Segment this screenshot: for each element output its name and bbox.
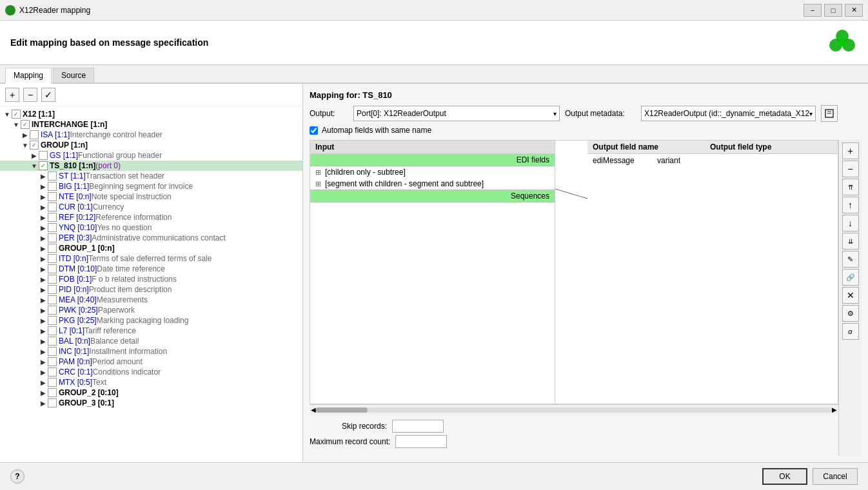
tree-item-cur[interactable]: ▶ CUR [0:1] Currency bbox=[0, 202, 302, 212]
tree-item-gs[interactable]: ▶ GS [1:1] Functional group header bbox=[0, 150, 302, 161]
tree-item-l7[interactable]: ▶ L7 [0:1] Tariff reference bbox=[0, 326, 302, 336]
tree-arrow-fob[interactable]: ▶ bbox=[39, 276, 48, 283]
tree-item-st[interactable]: ▶ ST [1:1] Transaction set header bbox=[0, 171, 302, 181]
move-up-button[interactable]: ↑ bbox=[842, 197, 859, 213]
tree-arrow-per[interactable]: ▶ bbox=[39, 235, 48, 242]
tree-item-ts810[interactable]: ▼ ✓ TS_810 [1:n] (port 0) bbox=[0, 161, 302, 171]
tree-checkbox-st[interactable] bbox=[48, 172, 57, 181]
tab-source[interactable]: Source bbox=[53, 68, 94, 83]
tree-checkbox-x12[interactable]: ✓ bbox=[12, 110, 21, 119]
tree-item-group1[interactable]: ▶ GROUP_1 [0:n] bbox=[0, 243, 302, 253]
tree-arrow-big[interactable]: ▶ bbox=[39, 183, 48, 190]
add-button[interactable]: + bbox=[842, 142, 859, 159]
edit-button[interactable]: ✎ bbox=[842, 251, 859, 268]
output-select[interactable]: Port[0]: X12ReaderOutput ▾ bbox=[353, 106, 560, 121]
tree-arrow-ynq[interactable]: ▶ bbox=[39, 224, 48, 231]
tree-arrow-pkg[interactable]: ▶ bbox=[39, 317, 48, 324]
tree-item-itd[interactable]: ▶ ITD [0:n] Terms of sale deferred terms… bbox=[0, 253, 302, 264]
tree-item-group[interactable]: ▼ ✓ GROUP [1:n] bbox=[0, 140, 302, 150]
tree-arrow-st[interactable]: ▶ bbox=[39, 173, 48, 180]
tree-checkbox-group3[interactable] bbox=[48, 398, 57, 407]
move-top-button[interactable]: ⇈ bbox=[842, 179, 859, 195]
tree-checkbox-mtx[interactable] bbox=[48, 378, 57, 387]
tree-item-big[interactable]: ▶ BIG [1:1] Beginning segment for invoic… bbox=[0, 181, 302, 191]
tree-arrow-group[interactable]: ▼ bbox=[21, 142, 30, 149]
maximize-button[interactable]: □ bbox=[824, 4, 842, 17]
help-button[interactable]: ? bbox=[10, 469, 25, 484]
tree-arrow-dtm[interactable]: ▶ bbox=[39, 266, 48, 273]
tree-checkbox-crc[interactable] bbox=[48, 368, 57, 377]
tree-item-interchange[interactable]: ▼ ✓ INTERCHANGE [1:n] bbox=[0, 119, 302, 130]
tree-arrow-crc[interactable]: ▶ bbox=[39, 369, 48, 376]
ok-button[interactable]: OK bbox=[762, 468, 807, 485]
close-button[interactable]: ✕ bbox=[845, 4, 863, 17]
tree-checkbox-pkg[interactable] bbox=[48, 316, 57, 325]
tree-checkbox-dtm[interactable] bbox=[48, 264, 57, 273]
tree-arrow-isa[interactable]: ▶ bbox=[21, 132, 30, 139]
minimize-button[interactable]: − bbox=[804, 4, 822, 17]
scroll-left-icon[interactable]: ◀ bbox=[311, 406, 316, 413]
max-record-count-input[interactable] bbox=[395, 435, 447, 448]
tree-checkbox-itd[interactable] bbox=[48, 254, 57, 263]
skip-records-input[interactable] bbox=[392, 420, 444, 433]
tree-item-bal[interactable]: ▶ BAL [0:n] Balance detail bbox=[0, 336, 302, 346]
tree-checkbox-ts810[interactable]: ✓ bbox=[39, 161, 48, 170]
tree-item-group2[interactable]: ▶ GROUP_2 [0:10] bbox=[0, 387, 302, 398]
tree-checkbox-l7[interactable] bbox=[48, 326, 57, 335]
tree-checkbox-isa[interactable] bbox=[30, 130, 39, 139]
automap-checkbox[interactable] bbox=[310, 126, 318, 135]
tree-arrow-pam[interactable]: ▶ bbox=[39, 358, 48, 366]
tree-arrow-pwk[interactable]: ▶ bbox=[39, 307, 48, 314]
tree-checkbox-bal[interactable] bbox=[48, 337, 57, 346]
input-row-children[interactable]: ⊞ [children only - subtree] bbox=[310, 166, 555, 178]
tree-item-nte[interactable]: ▶ NTE [0:n] Note special instruction bbox=[0, 191, 302, 202]
tree-item-inc[interactable]: ▶ INC [0:1] Installment information bbox=[0, 346, 302, 357]
scroll-right-icon[interactable]: ▶ bbox=[832, 406, 837, 413]
tree-checkbox-fob[interactable] bbox=[48, 275, 57, 284]
tab-mapping[interactable]: Mapping bbox=[5, 68, 52, 84]
tree-arrow-nte[interactable]: ▶ bbox=[39, 193, 48, 201]
code-button[interactable]: α bbox=[842, 323, 859, 340]
cancel-button[interactable]: Cancel bbox=[813, 468, 858, 485]
tree-checkbox-pid[interactable] bbox=[48, 285, 57, 294]
tree-item-mea[interactable]: ▶ MEA [0:40] Measurements bbox=[0, 295, 302, 305]
settings-button[interactable]: ⚙ bbox=[842, 305, 859, 322]
move-down-button[interactable]: ↓ bbox=[842, 215, 859, 231]
tree-arrow-inc[interactable]: ▶ bbox=[39, 348, 48, 355]
tree-item-crc[interactable]: ▶ CRC [0:1] Conditions indicator bbox=[0, 367, 302, 377]
tree-item-pam[interactable]: ▶ PAM [0:n] Period amount bbox=[0, 357, 302, 367]
tree-item-group3[interactable]: ▶ GROUP_3 [0:1] bbox=[0, 398, 302, 408]
tree-checkbox-big[interactable] bbox=[48, 182, 57, 191]
tree-arrow-interchange[interactable]: ▼ bbox=[12, 121, 21, 128]
tree-arrow-itd[interactable]: ▶ bbox=[39, 255, 48, 262]
tree-checkbox-group2[interactable] bbox=[48, 388, 57, 397]
tree-checkbox-pwk[interactable] bbox=[48, 306, 57, 315]
input-row-segment[interactable]: ⊞ [segment with children - segment and s… bbox=[310, 178, 555, 190]
tree-item-per[interactable]: ▶ PER [0:3] Administrative communication… bbox=[0, 233, 302, 243]
tree-checkbox-inc[interactable] bbox=[48, 347, 57, 356]
output-metadata-select[interactable]: X12ReaderOutput (id::_dynamic_metadata_X… bbox=[641, 106, 816, 121]
tree-arrow-mea[interactable]: ▶ bbox=[39, 297, 48, 304]
move-bottom-button[interactable]: ⇊ bbox=[842, 233, 859, 250]
tree-arrow-gs[interactable]: ▶ bbox=[30, 152, 39, 159]
link-button[interactable]: 🔗 bbox=[842, 269, 859, 286]
tree-checkbox-nte[interactable] bbox=[48, 192, 57, 201]
tree-checkbox-interchange[interactable]: ✓ bbox=[21, 120, 30, 129]
delete-button[interactable]: ✕ bbox=[842, 287, 859, 304]
tree-arrow-pid[interactable]: ▶ bbox=[39, 286, 48, 293]
tree-arrow-bal[interactable]: ▶ bbox=[39, 338, 48, 345]
tree-arrow-ts810[interactable]: ▼ bbox=[30, 162, 39, 170]
tree-arrow-l7[interactable]: ▶ bbox=[39, 328, 48, 335]
remove-button[interactable]: − bbox=[842, 161, 859, 177]
tree-item-ref[interactable]: ▶ REF [0:12] Reference information bbox=[0, 212, 302, 222]
scroll-track[interactable] bbox=[316, 407, 832, 413]
tree-item-dtm[interactable]: ▶ DTM [0:10] Date time reference bbox=[0, 264, 302, 274]
tree-item-isa[interactable]: ▶ ISA [1:1] Interchange control header bbox=[0, 130, 302, 140]
tree-arrow-x12[interactable]: ▼ bbox=[3, 111, 12, 118]
tree-arrow-mtx[interactable]: ▶ bbox=[39, 379, 48, 386]
tree-item-pkg[interactable]: ▶ PKG [0:25] Marking packaging loading bbox=[0, 315, 302, 326]
metadata-edit-button[interactable] bbox=[821, 105, 838, 122]
output-row-edimessage[interactable]: ediMessage variant bbox=[587, 154, 838, 167]
tree-item-fob[interactable]: ▶ FOB [0:1] F o b related instructions bbox=[0, 274, 302, 284]
scroll-thumb[interactable] bbox=[316, 407, 368, 413]
